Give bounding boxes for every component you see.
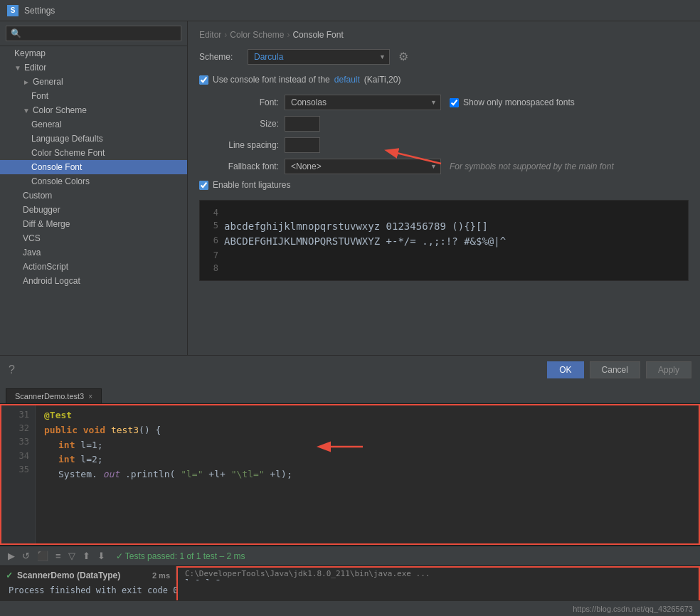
kw-void: void xyxy=(83,425,111,435)
preview-line-4: 4 xyxy=(208,206,679,219)
monospace-checkbox[interactable] xyxy=(450,98,459,107)
fallback-label: Fallback font: xyxy=(199,161,285,171)
font-label-field: Font: xyxy=(199,97,285,107)
ligatures-row: Enable font ligatures xyxy=(199,180,689,190)
preview-line-8: 8 xyxy=(208,262,679,275)
preview-linenum-7: 7 xyxy=(208,249,218,262)
test-filter-btn[interactable]: ▽ xyxy=(66,549,78,563)
search-box[interactable] xyxy=(0,21,187,46)
test-sort-btn[interactable]: ≡ xyxy=(53,549,63,563)
fallback-select-wrapper: <None> xyxy=(285,159,441,174)
use-console-font-text: Use console font instead of the xyxy=(213,75,330,85)
breadcrumb-sep2: › xyxy=(287,30,290,40)
help-button[interactable]: ? xyxy=(9,363,15,376)
sidebar-item-actionscript[interactable]: ActionScript xyxy=(0,260,187,274)
preview-linenum-6: 6 xyxy=(208,234,218,249)
sidebar-item-color-scheme-font[interactable]: Color Scheme Font xyxy=(0,146,187,160)
sidebar-item-android-logcat[interactable]: Android Logcat xyxy=(0,274,187,288)
code-editor-area: 31 32 33 34 35 @Test public void test3()… xyxy=(0,404,700,545)
settings-dialog: Keymap ▼ Editor ► General Font ▼ Color S… xyxy=(0,21,700,384)
use-console-font-row: Use console font instead of the default … xyxy=(199,75,689,85)
gutter-line-35: 35 xyxy=(6,463,29,477)
size-input[interactable]: 20 xyxy=(285,116,320,132)
code-gutter: 31 32 33 34 35 xyxy=(0,404,36,545)
sidebar-item-java[interactable]: Java xyxy=(0,245,187,260)
sidebar-item-general[interactable]: ► General xyxy=(0,75,187,89)
cancel-button[interactable]: Cancel xyxy=(590,361,640,378)
italic-out: out xyxy=(103,469,120,479)
font-select[interactable]: Consolas Arial Courier New xyxy=(285,95,441,110)
console-colors-label: Console Colors xyxy=(31,176,90,186)
code-line-34: int l=2; xyxy=(44,452,691,467)
fn-test3: test3 xyxy=(111,425,139,435)
str-literal: "l=" xyxy=(181,469,203,479)
preview-linenum-8: 8 xyxy=(208,262,218,275)
process-output: Process finished with exit code 0 xyxy=(0,580,700,600)
fn-paren: () { xyxy=(139,425,161,435)
sidebar-item-debugger[interactable]: Debugger xyxy=(0,203,187,217)
color-scheme-label: Color Scheme xyxy=(33,105,87,115)
use-console-font-checkbox[interactable] xyxy=(199,75,208,85)
ligatures-checkbox[interactable] xyxy=(199,181,208,190)
default-hint: (KaiTi,20) xyxy=(364,75,401,85)
diff-merge-label: Diff & Merge xyxy=(23,219,70,229)
test-run-btn[interactable]: ▶ xyxy=(6,549,17,563)
plus-l2: +l); xyxy=(270,469,292,479)
test-command: C:\DeveloperTools\Java\jdk1.8.0_211\bin\… xyxy=(185,569,691,578)
test-expand-btn[interactable]: ⬆ xyxy=(80,549,92,563)
code-line-31: @Test xyxy=(44,408,691,423)
java-label: Java xyxy=(23,248,41,257)
code-tab-close[interactable]: × xyxy=(88,393,92,400)
search-input[interactable] xyxy=(6,26,181,41)
ok-button[interactable]: OK xyxy=(547,361,583,378)
sidebar-item-keymap[interactable]: Keymap xyxy=(0,46,187,60)
scheme-select-wrapper: Darcula Default High Contrast xyxy=(248,49,390,65)
preview-line-6: 6 ABCDEFGHIJKLMNOPQRSTUVWXYZ +-*/= .,;:!… xyxy=(208,234,679,249)
gear-button[interactable]: ⚙ xyxy=(396,48,411,65)
scheme-select[interactable]: Darcula Default High Contrast xyxy=(248,49,390,65)
fallback-hint: For symbols not supported by the main fo… xyxy=(450,161,614,171)
apply-button[interactable]: Apply xyxy=(646,361,691,378)
preview-code-5: abcdefghijklmnopqrstuvwxyz 0123456789 ()… xyxy=(224,219,488,234)
breadcrumb: Editor › Color Scheme › Console Font xyxy=(199,30,689,40)
title-bar: S Settings xyxy=(0,0,700,21)
vcs-label: VCS xyxy=(23,233,41,243)
str-tab: "\tl=" xyxy=(231,469,265,479)
sidebar-item-console-font[interactable]: Console Font xyxy=(0,160,187,174)
test-time-scanner: 2 ms xyxy=(152,571,170,580)
content-area: Editor › Color Scheme › Console Font Sch… xyxy=(188,21,700,355)
line-spacing-input[interactable]: 1.0 xyxy=(285,137,320,153)
gutter-line-34: 34 xyxy=(6,450,29,463)
editor-label: Editor xyxy=(24,63,46,73)
cs-font-label: Color Scheme Font xyxy=(31,148,105,158)
code-line-33: int l=1; xyxy=(44,438,691,453)
gutter-line-31: 31 xyxy=(6,408,29,422)
sidebar-item-editor[interactable]: ▼ Editor xyxy=(0,60,187,75)
code-tab-scanner[interactable]: ScannerDemo.test3 × xyxy=(6,388,102,403)
gutter-line-32: 32 xyxy=(6,422,29,435)
sidebar-item-color-scheme[interactable]: ▼ Color Scheme xyxy=(0,103,187,117)
code-tab-bar: ScannerDemo.test3 × xyxy=(0,384,700,404)
test-collapse-btn[interactable]: ⬇ xyxy=(95,549,107,563)
sidebar-item-custom[interactable]: Custom xyxy=(0,188,187,203)
font-select-wrapper: Consolas Arial Courier New xyxy=(285,95,441,110)
general-label: General xyxy=(33,77,63,87)
general-arrow: ► xyxy=(23,78,30,86)
font-form-row: Font: Consolas Arial Courier New Show on… xyxy=(199,95,689,110)
default-link[interactable]: default xyxy=(334,75,360,85)
sidebar-item-language-defaults[interactable]: Language Defaults xyxy=(0,132,187,146)
sidebar-item-vcs[interactable]: VCS xyxy=(0,231,187,245)
font-label: Font xyxy=(31,91,48,101)
sidebar-item-font[interactable]: Font xyxy=(0,89,187,103)
status-url: https://blog.csdn.net/qq_43265673 xyxy=(573,605,693,613)
sidebar-item-console-colors[interactable]: Console Colors xyxy=(0,174,187,188)
sidebar-item-diff-merge[interactable]: Diff & Merge xyxy=(0,217,187,231)
preview-line-7: 7 xyxy=(208,249,679,262)
breadcrumb-editor: Editor xyxy=(199,30,221,40)
fallback-select[interactable]: <None> xyxy=(285,159,441,174)
preview-line-5: 5 abcdefghijklmnopqrstuvwxyz 0123456789 … xyxy=(208,219,679,234)
test-rerun-btn[interactable]: ↺ xyxy=(20,549,32,563)
test-stop-btn[interactable]: ⬛ xyxy=(35,549,51,563)
var-l1: l=1; xyxy=(80,440,102,450)
sidebar-item-cs-general[interactable]: General xyxy=(0,117,187,132)
